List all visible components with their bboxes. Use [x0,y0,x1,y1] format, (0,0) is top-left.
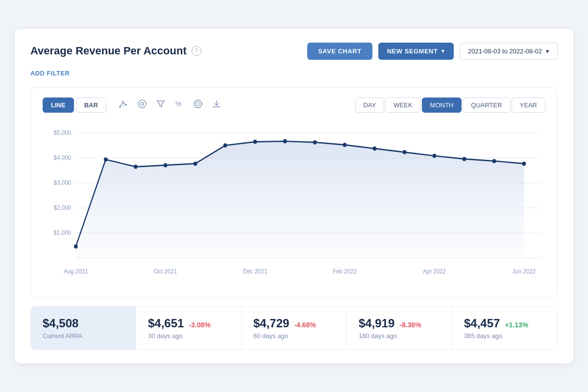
svg-point-4 [125,104,127,106]
chevron-down-icon: ▾ [441,48,445,54]
bar-chart-button[interactable]: BAR [76,98,106,113]
main-card: Average Revenue Per Account ? SAVE CHART… [15,29,573,364]
line-chart-button[interactable]: LINE [43,98,74,113]
stat-180days-change: -8.36% [399,321,421,329]
stat-60days: $4,729 -4.68% 60 days ago [242,307,347,349]
svg-text:Apr 2022: Apr 2022 [423,268,446,275]
period-group: DAY WEEK MONTH QUARTER YEAR [355,98,545,113]
year-period-button[interactable]: YEAR [512,98,545,113]
svg-text:$1,000: $1,000 [54,229,72,237]
svg-text:$3,000: $3,000 [54,179,72,187]
percent-icon[interactable]: % [174,98,185,112]
new-segment-label: NEW SEGMENT [387,48,438,55]
svg-point-6 [138,100,146,108]
svg-text:$2,000: $2,000 [54,204,72,212]
svg-point-32 [223,143,227,147]
svg-point-40 [463,157,466,161]
stat-30days-change: -3.08% [189,321,210,329]
quarter-period-button[interactable]: QUARTER [463,98,510,113]
data-points-icon[interactable] [118,98,129,112]
svg-text:%: % [175,100,181,108]
svg-text:$4,000: $4,000 [54,154,72,162]
title-area: Average Revenue Per Account ? [30,45,201,57]
stat-180days-label: 180 days ago [359,332,440,340]
svg-text:Oct 2021: Oct 2021 [154,268,177,275]
target-icon[interactable] [193,98,203,112]
stat-365days-value: $4,457 [464,317,500,330]
stat-60days-change: -4.68% [294,321,316,329]
chart-svg: $5,000 $4,000 $3,000 $2,000 $1,000 [43,122,545,289]
svg-point-41 [492,159,496,163]
svg-point-33 [253,140,257,144]
svg-point-31 [194,161,197,166]
svg-point-10 [196,102,200,106]
svg-text:Feb 2022: Feb 2022 [333,268,357,275]
stat-365days-row: $4,457 +1.13% [464,317,545,332]
date-range-button[interactable]: 2021-08-03 to 2022-08-02 ▾ [460,43,558,60]
date-chevron-icon: ▾ [546,48,549,55]
stat-60days-label: 60 days ago [253,332,335,340]
svg-point-35 [313,140,317,145]
svg-point-34 [283,139,287,144]
header-actions: SAVE CHART NEW SEGMENT ▾ 2021-08-03 to 2… [307,43,558,60]
stat-current-value: $4,508 [43,317,124,330]
svg-point-27 [74,244,78,248]
week-period-button[interactable]: WEEK [385,98,420,113]
chart-type-group: LINE BAR [43,98,106,113]
compare-icon[interactable] [137,98,147,112]
stat-current-label: Current ARPA [43,332,124,340]
stat-365days: $4,457 +1.13% 365 days ago [452,307,557,349]
save-chart-button[interactable]: SAVE CHART [307,43,372,60]
stat-365days-label: 365 days ago [464,332,545,340]
chart-area: $5,000 $4,000 $3,000 $2,000 $1,000 [43,122,545,289]
svg-point-42 [522,161,526,166]
svg-point-30 [164,163,168,167]
stat-30days-value: $4,651 [148,317,184,330]
day-period-button[interactable]: DAY [355,98,385,113]
svg-text:$5,000: $5,000 [54,129,72,137]
stat-180days-value: $4,919 [359,317,394,330]
svg-text:Dec 2021: Dec 2021 [243,268,268,275]
chart-controls: LINE BAR [43,98,545,113]
stat-30days-row: $4,651 -3.08% [148,317,229,332]
svg-point-2 [119,106,121,108]
stat-180days-row: $4,919 -8.36% [359,317,440,332]
add-filter-link[interactable]: ADD FILTER [30,70,70,77]
date-range-value: 2021-08-03 to 2022-08-02 [468,48,542,55]
stat-60days-value: $4,729 [253,317,289,330]
stat-30days: $4,651 -3.08% 30 days ago [136,307,242,349]
chart-container: LINE BAR [30,87,558,297]
chart-icon-group: % [118,98,222,112]
svg-point-37 [373,146,377,150]
stat-current-arpa: $4,508 Current ARPA [31,307,136,349]
stat-60days-row: $4,729 -4.68% [253,317,335,332]
page-title: Average Revenue Per Account [30,45,187,57]
svg-point-36 [343,143,347,147]
svg-point-28 [104,157,108,162]
svg-point-9 [194,100,202,108]
new-segment-button[interactable]: NEW SEGMENT ▾ [378,43,454,60]
funnel-icon[interactable] [155,98,166,112]
stat-365days-change: +1.13% [505,321,528,329]
header-row: Average Revenue Per Account ? SAVE CHART… [30,43,558,60]
stats-row: $4,508 Current ARPA $4,651 -3.08% 30 day… [30,306,558,350]
download-icon[interactable] [211,98,222,112]
svg-text:Aug 2021: Aug 2021 [64,268,88,275]
svg-point-38 [403,150,407,154]
svg-point-29 [134,165,138,169]
month-period-button[interactable]: MONTH [422,98,462,113]
svg-text:Jun 2022: Jun 2022 [513,268,536,275]
add-filter-row: ADD FILTER [30,69,558,77]
svg-point-7 [141,102,144,105]
svg-point-39 [433,153,437,158]
stat-180days: $4,919 -8.36% 180 days ago [347,307,452,349]
help-icon[interactable]: ? [192,46,201,56]
stat-30days-label: 30 days ago [148,332,229,340]
